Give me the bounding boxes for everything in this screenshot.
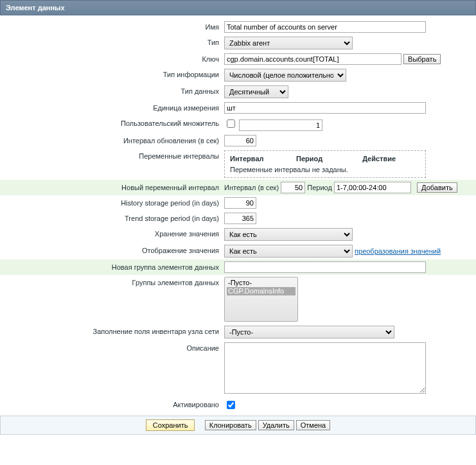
- label-status: Активировано: [0, 397, 222, 413]
- name-input[interactable]: [224, 21, 426, 33]
- footer-buttons: Сохранить Клонировать Удалить Отмена: [0, 416, 476, 435]
- row-store-value: Хранение значения Как есть: [0, 226, 476, 243]
- label-units: Единица измерения: [0, 100, 222, 116]
- label-show-value: Отображение значения: [0, 243, 222, 259]
- flex-intervals-box: Интервал Период Действие Переменные инте…: [224, 150, 426, 178]
- item-form: Имя Тип Zabbix агент Ключ Выбрать Тип ин…: [0, 15, 476, 413]
- label-name: Имя: [0, 19, 222, 35]
- row-description: Описание: [0, 340, 476, 397]
- row-apps: Группы элементов данных -Пусто- CGP.Doma…: [0, 275, 476, 324]
- save-button[interactable]: Сохранить: [146, 419, 195, 431]
- row-multiplier: Пользовательский множитель: [0, 116, 476, 133]
- row-info-type: Тип информации Числовой (целое положител…: [0, 67, 476, 83]
- flex-none-message: Переменные интервалы не заданы.: [230, 166, 420, 173]
- row-new-app: Новая группа элементов данных: [0, 259, 476, 275]
- row-key: Ключ Выбрать: [0, 51, 476, 67]
- cancel-button[interactable]: Отмена: [296, 420, 330, 430]
- label-info-type: Тип информации: [0, 67, 222, 83]
- label-key: Ключ: [0, 51, 222, 67]
- add-flex-button[interactable]: Добавить: [417, 182, 457, 193]
- label-trends: Trend storage period (in days): [0, 211, 222, 226]
- delete-button[interactable]: Удалить: [258, 420, 294, 430]
- multiplier-input: [239, 119, 322, 131]
- row-new-flex: Новый переменный интервал Интервал (в се…: [0, 180, 476, 195]
- flex-interval-input[interactable]: [281, 182, 305, 193]
- label-multiplier: Пользовательский множитель: [0, 116, 222, 133]
- flex-interval-label: Интервал (в сек): [224, 184, 279, 191]
- row-update-interval: Интервал обновления (в сек): [0, 133, 476, 148]
- label-update-interval: Интервал обновления (в сек): [0, 133, 222, 148]
- flex-period-label: Период: [307, 184, 332, 191]
- label-inventory: Заполнение поля инвентаря узла сети: [0, 324, 222, 340]
- history-input[interactable]: [224, 197, 256, 209]
- panel-header: Элемент данных: [0, 0, 476, 15]
- row-flex-intervals: Переменные интервалы Интервал Период Дей…: [0, 148, 476, 180]
- label-new-flex: Новый переменный интервал: [0, 180, 222, 195]
- inventory-select[interactable]: -Пусто-: [224, 326, 394, 338]
- multiplier-checkbox[interactable]: [227, 119, 235, 128]
- status-checkbox[interactable]: [227, 401, 235, 409]
- row-history: History storage period (in days): [0, 195, 476, 211]
- info-type-select[interactable]: Числовой (целое положительное): [224, 69, 346, 82]
- data-type-select[interactable]: Десятичный: [224, 85, 288, 98]
- label-store-value: Хранение значения: [0, 226, 222, 243]
- label-history: History storage period (in days): [0, 195, 222, 211]
- trends-input[interactable]: [224, 213, 256, 224]
- type-select[interactable]: Zabbix агент: [224, 37, 353, 49]
- store-value-select[interactable]: Как есть: [224, 228, 353, 241]
- label-new-app: Новая группа элементов данных: [0, 259, 222, 275]
- flex-col-interval: Интервал: [230, 155, 294, 162]
- key-input[interactable]: [224, 53, 401, 65]
- value-mapping-link[interactable]: преобразования значений: [355, 247, 441, 255]
- row-inventory: Заполнение поля инвентаря узла сети -Пус…: [0, 324, 476, 340]
- select-key-button[interactable]: Выбрать: [403, 54, 441, 64]
- new-app-input[interactable]: [224, 261, 426, 273]
- show-value-select[interactable]: Как есть: [224, 245, 353, 258]
- row-units: Единица измерения: [0, 100, 476, 116]
- label-apps: Группы элементов данных: [0, 275, 222, 324]
- apps-option-none[interactable]: -Пусто-: [227, 279, 295, 287]
- row-status: Активировано: [0, 397, 476, 413]
- row-name: Имя: [0, 19, 476, 35]
- update-interval-input[interactable]: [224, 135, 256, 146]
- apps-option-selected[interactable]: CGP.DomainsInfo: [227, 287, 295, 295]
- flex-period-input[interactable]: [334, 182, 411, 193]
- row-data-type: Тип данных Десятичный: [0, 83, 476, 100]
- units-input[interactable]: [224, 102, 426, 114]
- row-trends: Trend storage period (in days): [0, 211, 476, 226]
- description-textarea[interactable]: [224, 342, 426, 394]
- apps-listbox[interactable]: -Пусто- CGP.DomainsInfo: [224, 277, 298, 322]
- label-type: Тип: [0, 35, 222, 51]
- label-description: Описание: [0, 340, 222, 397]
- row-show-value: Отображение значения Как есть преобразов…: [0, 243, 476, 259]
- flex-col-period: Период: [296, 155, 360, 162]
- flex-col-action: Действие: [362, 155, 396, 162]
- clone-button[interactable]: Клонировать: [205, 420, 256, 430]
- label-data-type: Тип данных: [0, 83, 222, 100]
- label-flex-intervals: Переменные интервалы: [0, 148, 222, 180]
- row-type: Тип Zabbix агент: [0, 35, 476, 51]
